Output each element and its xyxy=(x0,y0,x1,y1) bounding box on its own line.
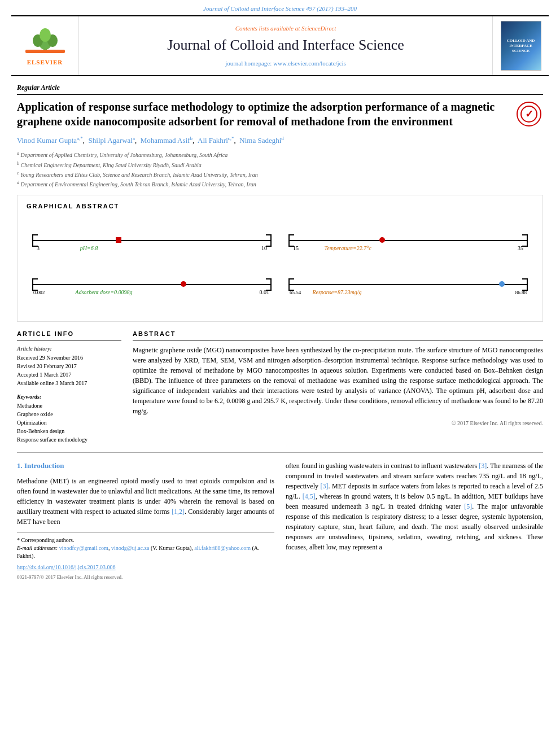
page: Journal of Colloid and Interface Science… xyxy=(0,0,560,747)
history-revised: Revised 20 February 2017 xyxy=(17,362,121,370)
keyword-4: Box-Behnken design xyxy=(17,427,121,435)
crossmark-icon[interactable]: ✓ xyxy=(517,102,541,126)
elsevier-logo-area: ELSEVIER xyxy=(11,16,79,75)
sciencedirect-line: Contents lists available at ScienceDirec… xyxy=(235,24,336,33)
intro-left-col: 1. Introduction Methadone (MET) is an en… xyxy=(17,461,274,580)
doi-section: http://dx.doi.org/10.1016/j.jcis.2017.03… xyxy=(17,563,274,571)
article-title: Application of response surface methodol… xyxy=(17,99,509,129)
article-info-heading: ARTICLE INFO xyxy=(17,330,121,340)
intro-right-text: often found in gushing wastewaters in co… xyxy=(286,461,543,552)
article-info-column: ARTICLE INFO Article history: Received 2… xyxy=(17,330,121,444)
ga-ph-scale: 3 10 pH=6.8 xyxy=(32,229,272,254)
ga-row-2: 0.002 0.01 Adsorbent dose=0.0098g 65.54 … xyxy=(27,270,533,314)
history-accepted: Accepted 1 March 2017 xyxy=(17,371,121,379)
keyword-3: Optimization xyxy=(17,419,121,427)
journal-header: ELSEVIER Contents lists available at Sci… xyxy=(11,15,549,76)
content-divider xyxy=(17,452,543,453)
keywords-section: Keywords: Methadone Graphene oxide Optim… xyxy=(17,393,121,444)
affil-d: d Department of Environmental Engineerin… xyxy=(17,180,543,189)
svg-text:✓: ✓ xyxy=(525,108,533,120)
journal-reference: Journal of Colloid and Interface Science… xyxy=(0,0,560,15)
email-note: E-mail addresses: vinodfcy@gmail.com, vi… xyxy=(17,544,274,560)
main-content: Regular Article Application of response … xyxy=(0,76,560,587)
keyword-5: Response surface methodology xyxy=(17,436,121,444)
article-info-abstract-section: ARTICLE INFO Article history: Received 2… xyxy=(17,330,543,444)
intro-left-text: Methadone (MET) is an engineered opioid … xyxy=(17,476,274,527)
copyright: © 2017 Elsevier Inc. All rights reserved… xyxy=(133,420,543,427)
ga-dose-scale: 0.002 0.01 Adsorbent dose=0.0098g xyxy=(32,273,272,298)
issn-info: 0021-9797/© 2017 Elsevier Inc. All right… xyxy=(17,574,274,581)
elsevier-label: ELSEVIER xyxy=(25,58,65,67)
svg-point-4 xyxy=(40,28,51,42)
intro-heading: 1. Introduction xyxy=(17,461,274,471)
affiliations: a Department of Applied Chemistry, Unive… xyxy=(17,150,543,189)
graphical-abstract: GRAPHICAL ABSTRACT 3 10 pH=6 xyxy=(17,195,543,322)
doi-link[interactable]: http://dx.doi.org/10.1016/j.jcis.2017.03… xyxy=(17,564,116,570)
ga-row-1: 3 10 pH=6.8 15 35 xyxy=(27,217,533,270)
corresponding-note: * Corresponding authors. xyxy=(17,536,274,544)
abstract-heading: ABSTRACT xyxy=(133,330,543,340)
header-center: Contents lists available at ScienceDirec… xyxy=(79,16,492,75)
title-section: Application of response surface methodol… xyxy=(17,99,543,129)
history-received: Received 29 November 2016 xyxy=(17,354,121,362)
abstract-text: Magnetic graphene oxide (MGO) nanocompos… xyxy=(133,345,543,416)
affil-a: a Department of Applied Chemistry, Unive… xyxy=(17,150,543,159)
svg-rect-5 xyxy=(25,50,65,53)
history-label: Article history: xyxy=(17,345,121,353)
ga-response-scale: 65.54 86.88 Response=87.23mg/g xyxy=(288,273,528,298)
ga-temp-scale: 15 35 Temperature=22.7°c xyxy=(288,229,528,254)
keywords-label: Keywords: xyxy=(17,393,121,401)
ga-title: GRAPHICAL ABSTRACT xyxy=(27,202,533,211)
journal-cover-image: COLLOID AND INTERFACE SCIENCE xyxy=(501,21,541,71)
footnote-section: * Corresponding authors. E-mail addresse… xyxy=(17,532,274,581)
article-type: Regular Article xyxy=(17,83,543,95)
history-online: Available online 3 March 2017 xyxy=(17,379,121,387)
intro-right-col: often found in gushing wastewaters in co… xyxy=(286,461,543,580)
affil-c: c Young Researchers and Elites Club, Sci… xyxy=(17,170,543,179)
journal-title: Journal of Colloid and Interface Science xyxy=(167,35,404,55)
introduction-section: 1. Introduction Methadone (MET) is an en… xyxy=(17,461,543,580)
authors-line: Vinod Kumar Guptaa,*, Shilpi Agarwala, M… xyxy=(17,134,543,147)
keyword-2: Graphene oxide xyxy=(17,410,121,418)
affil-b: b Chemical Engineering Department, King … xyxy=(17,160,543,169)
keyword-1: Methadone xyxy=(17,402,121,410)
abstract-column: ABSTRACT Magnetic graphene oxide (MGO) n… xyxy=(133,330,543,444)
journal-homepage: journal homepage: www.elsevier.com/locat… xyxy=(225,59,346,68)
journal-cover-area: COLLOID AND INTERFACE SCIENCE xyxy=(492,16,549,75)
crossmark-area[interactable]: ✓ xyxy=(515,102,543,126)
